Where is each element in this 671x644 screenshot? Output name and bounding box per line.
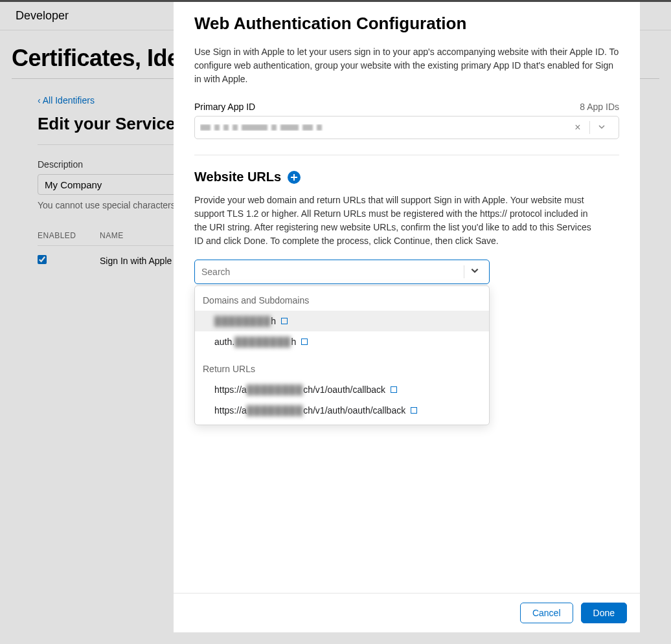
website-urls-heading: Website URLs [194,170,281,184]
primary-app-id-label: Primary App ID [194,102,255,112]
add-url-button[interactable] [288,171,301,184]
item-text: ████████h [214,316,276,326]
done-button[interactable]: Done [581,603,627,623]
external-link-icon [301,339,308,345]
dropdown-item[interactable]: https://a████████ch/v1/auth/oauth/callba… [195,400,489,421]
dropdown-item[interactable]: https://a████████ch/v1/oauth/callback [195,379,489,400]
modal-footer: Cancel Done [174,593,640,632]
item-text: https://a████████ch/v1/auth/oauth/callba… [214,405,405,416]
dropdown-item[interactable]: ████████h [195,311,489,331]
item-text: auth.████████h [214,337,296,347]
primary-app-id-select[interactable]: × [194,116,619,139]
selected-app-id-redacted [200,124,566,131]
search-input[interactable] [201,267,459,277]
divider [194,155,619,155]
dropdown-group-label: Domains and Subdomains [195,290,489,311]
modal-title: Web Authentication Configuration [194,14,619,34]
modal-description: Use Sign in with Apple to let your users… [194,45,619,86]
divider [464,265,464,278]
dropdown-group-label: Return URLs [195,359,489,379]
website-urls-description: Provide your web domain and return URLs … [194,194,596,248]
url-search-box[interactable] [194,260,490,284]
chevron-down-icon[interactable] [467,266,483,278]
dropdown-item[interactable]: auth.████████h [195,331,489,352]
cancel-button[interactable]: Cancel [520,603,573,623]
url-dropdown: Domains and Subdomains ████████h auth.██… [194,285,490,425]
clear-icon[interactable]: × [566,122,589,133]
external-link-icon [281,318,288,324]
app-id-count: 8 App IDs [580,102,619,112]
chevron-down-icon[interactable] [590,122,613,133]
external-link-icon [391,386,397,393]
item-text: https://a████████ch/v1/oauth/callback [214,384,385,395]
external-link-icon [411,407,417,414]
modal: Web Authentication Configuration Use Sig… [174,2,640,632]
